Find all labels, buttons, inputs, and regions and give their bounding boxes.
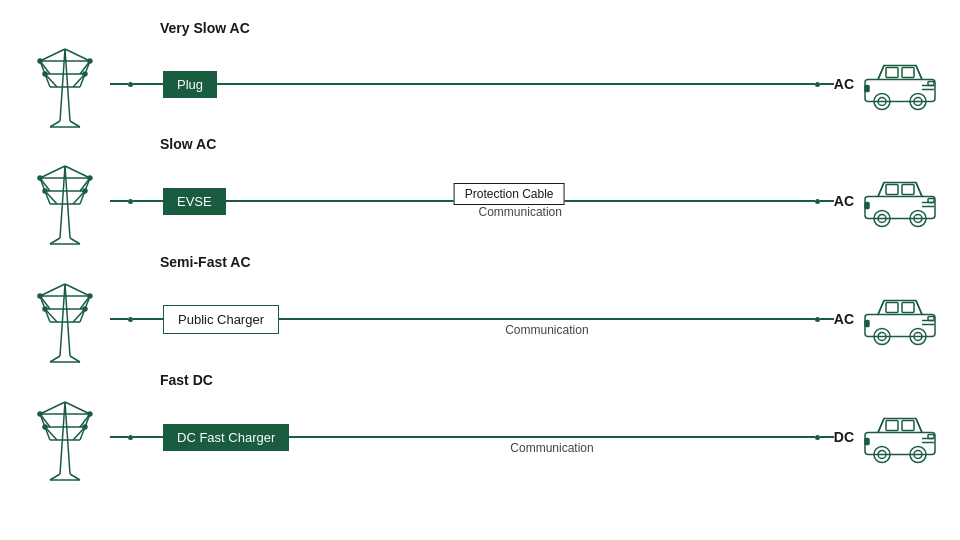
svg-point-21 — [83, 72, 87, 76]
charger-box-2: EVSE — [163, 188, 226, 215]
svg-rect-130 — [886, 421, 898, 431]
svg-line-75 — [40, 284, 65, 296]
svg-line-41 — [65, 166, 90, 178]
svg-rect-95 — [886, 303, 898, 313]
row-slow-ac: Slow AC — [20, 128, 940, 246]
svg-line-36 — [65, 166, 70, 238]
svg-line-85 — [50, 356, 60, 362]
row-fast-dc: Fast DC — [20, 364, 940, 482]
svg-line-51 — [70, 238, 80, 244]
ac-label-1: AC — [834, 76, 854, 92]
svg-point-55 — [43, 189, 47, 193]
svg-line-71 — [65, 284, 70, 356]
car-icon-3 — [860, 284, 940, 354]
svg-rect-103 — [928, 317, 934, 321]
svg-point-54 — [88, 176, 92, 180]
svg-point-125 — [43, 425, 47, 429]
svg-rect-33 — [928, 82, 934, 86]
svg-line-1 — [65, 49, 70, 121]
svg-line-94 — [878, 301, 884, 315]
charger-box-4: DC Fast Charger — [163, 424, 289, 451]
svg-point-126 — [83, 425, 87, 429]
tower-icon-4 — [20, 392, 110, 482]
car-icon-2 — [860, 166, 940, 236]
line-to-charger-1 — [133, 83, 163, 85]
ac-label-2: AC — [834, 193, 854, 209]
line-segment-3: Communication — [279, 299, 815, 339]
title-fast-dc: Fast DC — [160, 372, 213, 388]
svg-line-111 — [65, 402, 90, 414]
svg-line-110 — [40, 402, 65, 414]
svg-line-0 — [60, 49, 65, 121]
communication-label-3: Communication — [505, 323, 588, 337]
svg-line-106 — [65, 402, 70, 474]
car-icon-4 — [860, 402, 940, 472]
svg-point-89 — [88, 294, 92, 298]
line-right-1 — [217, 83, 815, 85]
svg-line-24 — [878, 66, 884, 80]
svg-line-105 — [60, 402, 65, 474]
svg-line-121 — [70, 474, 80, 480]
svg-point-90 — [43, 307, 47, 311]
protection-cable-box: Protection Cable — [454, 183, 565, 205]
svg-rect-104 — [865, 321, 869, 327]
tower-icon-2 — [20, 156, 110, 246]
svg-line-40 — [40, 166, 65, 178]
svg-rect-25 — [886, 68, 898, 78]
svg-rect-131 — [902, 421, 914, 431]
svg-line-120 — [50, 474, 60, 480]
svg-line-128 — [916, 419, 922, 433]
charger-box-1: Plug — [163, 71, 217, 98]
svg-rect-139 — [865, 439, 869, 445]
svg-line-58 — [916, 183, 922, 197]
svg-line-23 — [916, 66, 922, 80]
svg-point-18 — [38, 59, 42, 63]
svg-line-5 — [40, 49, 65, 61]
svg-point-19 — [88, 59, 92, 63]
svg-line-35 — [60, 166, 65, 238]
svg-point-91 — [83, 307, 87, 311]
svg-point-56 — [83, 189, 87, 193]
tower-icon-1 — [20, 39, 110, 129]
communication-label-2: Communication — [479, 205, 562, 219]
svg-point-123 — [38, 412, 42, 416]
svg-point-88 — [38, 294, 42, 298]
svg-point-20 — [43, 72, 47, 76]
tower-icon-3 — [20, 274, 110, 364]
title-semi-fast-ac: Semi-Fast AC — [160, 254, 251, 270]
row-very-slow-ac: Very Slow AC — [20, 10, 940, 128]
svg-rect-69 — [865, 203, 869, 209]
svg-rect-26 — [902, 68, 914, 78]
svg-line-59 — [878, 183, 884, 197]
svg-line-50 — [50, 238, 60, 244]
svg-line-15 — [50, 121, 60, 127]
line-segment-2: Protection Cable Communication — [226, 181, 815, 221]
communication-label-4: Communication — [510, 441, 593, 455]
svg-rect-68 — [928, 199, 934, 203]
svg-line-6 — [65, 49, 90, 61]
line-left-1 — [110, 83, 128, 85]
row-semi-fast-ac: Semi-Fast AC — [20, 246, 940, 364]
dc-label-4: DC — [834, 429, 854, 445]
svg-rect-61 — [902, 185, 914, 195]
svg-rect-96 — [902, 303, 914, 313]
svg-rect-138 — [928, 435, 934, 439]
svg-point-124 — [88, 412, 92, 416]
line-segment-4: Communication — [289, 417, 815, 457]
svg-line-129 — [878, 419, 884, 433]
svg-line-70 — [60, 284, 65, 356]
svg-line-76 — [65, 284, 90, 296]
title-slow-ac: Slow AC — [160, 136, 216, 152]
svg-line-93 — [916, 301, 922, 315]
charger-box-3: Public Charger — [163, 305, 279, 334]
title-very-slow-ac: Very Slow AC — [160, 20, 250, 36]
svg-rect-60 — [886, 185, 898, 195]
diagram-container: Very Slow AC — [0, 0, 960, 540]
svg-rect-34 — [865, 86, 869, 92]
svg-line-16 — [70, 121, 80, 127]
svg-point-53 — [38, 176, 42, 180]
car-icon-1 — [860, 49, 940, 119]
svg-line-86 — [70, 356, 80, 362]
ac-label-3: AC — [834, 311, 854, 327]
